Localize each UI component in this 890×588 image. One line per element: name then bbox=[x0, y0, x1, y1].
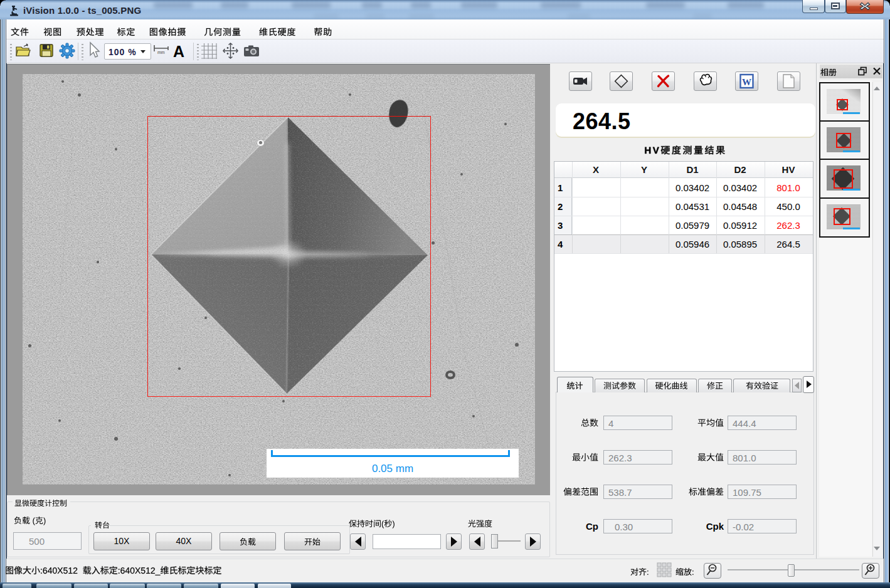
svg-text:W: W bbox=[742, 77, 751, 87]
svg-text:mm: mm bbox=[157, 50, 165, 55]
